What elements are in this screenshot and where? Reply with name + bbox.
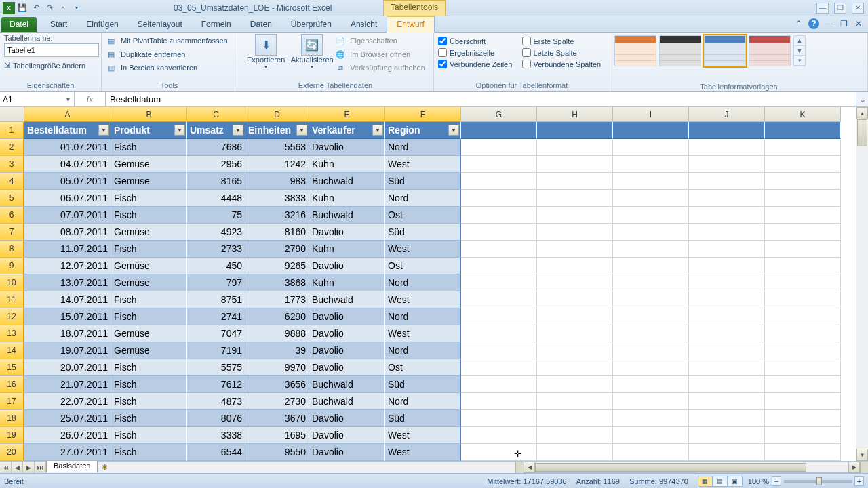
tab-formulas[interactable]: Formeln: [192, 17, 241, 32]
workbook-minimize-icon[interactable]: —: [823, 18, 834, 29]
cell[interactable]: 3656: [245, 376, 309, 393]
formula-expand-icon[interactable]: ⌄: [856, 92, 868, 106]
cell[interactable]: 2730: [245, 393, 309, 410]
cell[interactable]: [765, 207, 841, 224]
cell[interactable]: [689, 139, 765, 156]
refresh-button[interactable]: 🔄Aktualisieren▾: [292, 34, 332, 81]
filter-dropdown-icon[interactable]: ▼: [372, 125, 383, 136]
column-header[interactable]: I: [613, 107, 689, 122]
export-button[interactable]: ⬇Exportieren▾: [245, 34, 286, 81]
fx-button[interactable]: fx: [75, 92, 106, 106]
cell[interactable]: 14.07.2011: [24, 291, 111, 308]
column-header[interactable]: J: [689, 107, 765, 122]
cell[interactable]: [461, 325, 537, 342]
cell[interactable]: [613, 427, 689, 444]
first-col-checkbox[interactable]: Erste Spalte: [522, 35, 606, 47]
cell[interactable]: [689, 376, 765, 393]
row-header[interactable]: 5: [0, 190, 24, 207]
cell[interactable]: [613, 122, 689, 139]
cell[interactable]: West: [385, 444, 461, 461]
cell[interactable]: 04.07.2011: [24, 156, 111, 173]
cell[interactable]: Fisch: [111, 139, 187, 156]
cell[interactable]: [537, 444, 613, 461]
tab-split-handle[interactable]: [515, 462, 524, 473]
redo-icon[interactable]: ↷: [43, 2, 56, 14]
workbook-restore-icon[interactable]: ❐: [838, 18, 849, 29]
save-icon[interactable]: 💾: [16, 2, 28, 14]
cell[interactable]: 9550: [245, 444, 309, 461]
cell[interactable]: [613, 156, 689, 173]
cell[interactable]: Kuhn: [309, 190, 385, 207]
cell[interactable]: Fisch: [111, 393, 187, 410]
cell[interactable]: [765, 393, 841, 410]
cell[interactable]: 11.07.2011: [24, 241, 111, 258]
cell[interactable]: [461, 291, 537, 308]
row-header[interactable]: 8: [0, 241, 24, 258]
cell[interactable]: Kuhn: [309, 241, 385, 258]
cell[interactable]: Davolio: [309, 308, 385, 325]
cell[interactable]: [613, 410, 689, 427]
cell[interactable]: 39: [245, 342, 309, 359]
cell[interactable]: [689, 325, 765, 342]
hscroll-thumb[interactable]: [535, 463, 806, 472]
column-header[interactable]: G: [461, 107, 537, 122]
cell[interactable]: [461, 190, 537, 207]
style-thumb[interactable]: [749, 35, 791, 66]
cell[interactable]: Fisch: [111, 359, 187, 376]
row-header[interactable]: 14: [0, 342, 24, 359]
cell[interactable]: [689, 274, 765, 291]
cell[interactable]: [461, 410, 537, 427]
column-header[interactable]: D: [245, 107, 309, 122]
row-header[interactable]: 19: [0, 427, 24, 444]
row-header[interactable]: 16: [0, 376, 24, 393]
cell[interactable]: [537, 274, 613, 291]
cell[interactable]: Nord: [385, 308, 461, 325]
cell[interactable]: [765, 308, 841, 325]
row-header[interactable]: 17: [0, 393, 24, 410]
grid[interactable]: ABCDEFGHIJK 1234567891011121314151617181…: [0, 107, 856, 461]
table-header-cell[interactable]: Einheiten▼: [245, 122, 309, 139]
cell[interactable]: Gemüse: [111, 258, 187, 274]
cell[interactable]: [765, 376, 841, 393]
minimize-ribbon-icon[interactable]: ⌃: [793, 18, 804, 29]
tab-insert[interactable]: Einfügen: [77, 17, 127, 32]
cell[interactable]: 9265: [245, 258, 309, 274]
banded-rows-checkbox[interactable]: Verbundene Zeilen: [438, 58, 522, 70]
row-header[interactable]: 3: [0, 156, 24, 173]
cell[interactable]: Süd: [385, 376, 461, 393]
cell[interactable]: 06.07.2011: [24, 190, 111, 207]
cell[interactable]: 1773: [245, 291, 309, 308]
cell[interactable]: [689, 444, 765, 461]
cell[interactable]: [537, 139, 613, 156]
cell[interactable]: [613, 444, 689, 461]
cell[interactable]: Nord: [385, 139, 461, 156]
cell[interactable]: [537, 207, 613, 224]
cell[interactable]: [765, 274, 841, 291]
sheet-nav-next[interactable]: ▶: [23, 462, 35, 473]
tab-pagelayout[interactable]: Seitenlayout: [128, 17, 192, 32]
cell[interactable]: [461, 393, 537, 410]
cell[interactable]: [689, 427, 765, 444]
cell[interactable]: 13.07.2011: [24, 274, 111, 291]
cell[interactable]: 19.07.2011: [24, 342, 111, 359]
select-all-corner[interactable]: [0, 107, 24, 122]
table-header-cell[interactable]: Region▼: [385, 122, 461, 139]
table-header-cell[interactable]: Verkäufer▼: [309, 122, 385, 139]
sheet-tab[interactable]: Basisdaten: [46, 461, 98, 472]
cell[interactable]: 20.07.2011: [24, 359, 111, 376]
cell[interactable]: [461, 359, 537, 376]
cell[interactable]: Davolio: [309, 342, 385, 359]
cell[interactable]: 6290: [245, 308, 309, 325]
column-header[interactable]: E: [309, 107, 385, 122]
cell[interactable]: Davolio: [309, 139, 385, 156]
cell[interactable]: [537, 427, 613, 444]
cell[interactable]: [613, 393, 689, 410]
cell[interactable]: [537, 190, 613, 207]
row-header[interactable]: 18: [0, 410, 24, 427]
scroll-down-button[interactable]: ▼: [856, 449, 868, 461]
cell[interactable]: [613, 342, 689, 359]
cell[interactable]: [461, 444, 537, 461]
cell[interactable]: 07.07.2011: [24, 207, 111, 224]
cell[interactable]: 7686: [187, 139, 245, 156]
tab-data[interactable]: Daten: [241, 17, 281, 32]
